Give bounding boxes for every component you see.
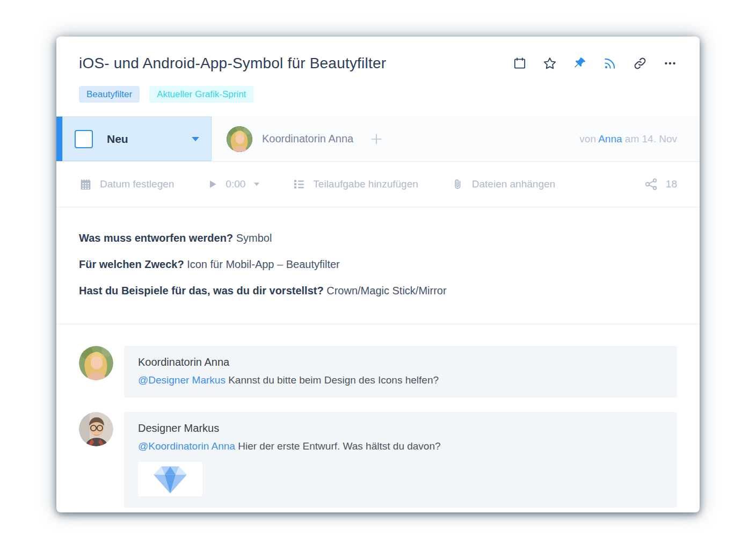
status-accent-bar (56, 117, 62, 161)
add-subtask-label: Teilaufgabe hinzufügen (313, 178, 418, 190)
chevron-down-icon (254, 183, 259, 186)
set-date-button[interactable]: Datum festlegen (79, 178, 174, 191)
rss-icon[interactable] (603, 56, 617, 70)
diamond-image (152, 464, 188, 495)
commenter-avatar-anna (79, 346, 113, 380)
comment-message: Kannst du bitte beim Design des Icons he… (228, 374, 439, 386)
comment-author: Designer Markus (138, 422, 663, 435)
meta-suffix: am 14. Nov (625, 133, 677, 144)
more-icon[interactable] (663, 56, 677, 70)
question-text: Für welchen Zweck? (79, 258, 184, 270)
comment-bubble: Designer Markus @Koordinatorin Anna Hier… (124, 412, 677, 508)
link-icon[interactable] (633, 56, 647, 70)
description-line: Hast du Beispiele für das, was du dir vo… (79, 285, 677, 297)
tag-beautyfilter[interactable]: Beautyfilter (79, 86, 140, 103)
page-title: iOS- und Android-App-Symbol für Beautyfi… (79, 55, 386, 72)
comment-bubble: Koordinatorin Anna @Designer Markus Kann… (124, 346, 677, 397)
share-button[interactable]: 18 (644, 177, 677, 191)
commenter-avatar-markus (79, 412, 113, 446)
task-detail-card: iOS- und Android-App-Symbol für Beautyfi… (56, 37, 700, 512)
answer-text: Symbol (236, 232, 272, 244)
add-assignee-button[interactable] (369, 132, 383, 146)
calendar-grid-icon (79, 178, 92, 191)
subtask-list-icon (293, 178, 306, 191)
header-actions (513, 56, 677, 70)
mention-link[interactable]: @Designer Markus (138, 374, 226, 386)
created-meta: von Anna am 14. Nov (579, 133, 700, 145)
tag-list: Beautyfilter Aktueller Grafik-Sprint (79, 86, 677, 103)
comment-list: Koordinatorin Anna @Designer Markus Kann… (56, 324, 700, 508)
share-count: 18 (666, 178, 677, 190)
calendar-icon[interactable] (513, 56, 527, 70)
task-toolbar: Datum festlegen 0:00 Teilaufgabe hinzufü… (56, 162, 700, 207)
page-background: iOS- und Android-App-Symbol für Beautyfi… (0, 0, 756, 550)
assignee-name: Koordinatorin Anna (262, 133, 353, 145)
comment-message: Hier der erste Entwurf. Was hältst du da… (238, 440, 440, 452)
mention-link[interactable]: @Koordinatorin Anna (138, 440, 235, 452)
answer-text: Icon für Mobil-App – Beautyfilter (187, 258, 340, 270)
comment-item: Designer Markus @Koordinatorin Anna Hier… (79, 412, 677, 508)
card-header: iOS- und Android-App-Symbol für Beautyfi… (56, 37, 700, 103)
question-text: Hast du Beispiele für das, was du dir vo… (79, 285, 324, 296)
attach-files-label: Dateien anhängen (472, 178, 555, 190)
status-label: Neu (107, 133, 128, 146)
assignee-avatar[interactable] (227, 126, 252, 152)
question-text: Was muss entworfen werden? (79, 232, 233, 244)
author-link[interactable]: Anna (598, 133, 622, 144)
status-dropdown[interactable]: Neu (62, 117, 212, 161)
answer-text: Crown/Magic Stick/Mirror (326, 285, 446, 296)
timer-value: 0:00 (226, 178, 245, 190)
pin-icon[interactable] (573, 56, 587, 70)
task-checkbox[interactable] (75, 130, 93, 148)
comment-author: Koordinatorin Anna (138, 356, 663, 368)
comment-text: @Designer Markus Kannst du bitte beim De… (138, 374, 663, 386)
task-description: Was muss entworfen werden? Symbol Für we… (56, 207, 700, 324)
comment-text: @Koordinatorin Anna Hier der erste Entwu… (138, 440, 663, 452)
share-graph-icon (644, 177, 658, 191)
comment-item: Koordinatorin Anna @Designer Markus Kann… (79, 346, 677, 397)
description-line: Für welchen Zweck? Icon für Mobil-App – … (79, 258, 677, 271)
paperclip-icon (452, 178, 464, 191)
description-line: Was muss entworfen werden? Symbol (79, 232, 677, 244)
time-tracking-button[interactable]: 0:00 (207, 178, 259, 190)
meta-prefix: von (579, 133, 596, 144)
status-row: Neu (56, 117, 700, 162)
play-icon (207, 179, 218, 190)
assignee[interactable]: Koordinatorin Anna (227, 126, 353, 152)
add-subtask-button[interactable]: Teilaufgabe hinzufügen (293, 178, 418, 191)
attach-files-button[interactable]: Dateien anhängen (452, 178, 555, 191)
attachment-thumbnail[interactable] (138, 462, 202, 496)
tag-grafik-sprint[interactable]: Aktueller Grafik-Sprint (149, 86, 253, 103)
chevron-down-icon (192, 137, 199, 141)
star-icon[interactable] (543, 56, 557, 70)
set-date-label: Datum festlegen (100, 178, 174, 190)
